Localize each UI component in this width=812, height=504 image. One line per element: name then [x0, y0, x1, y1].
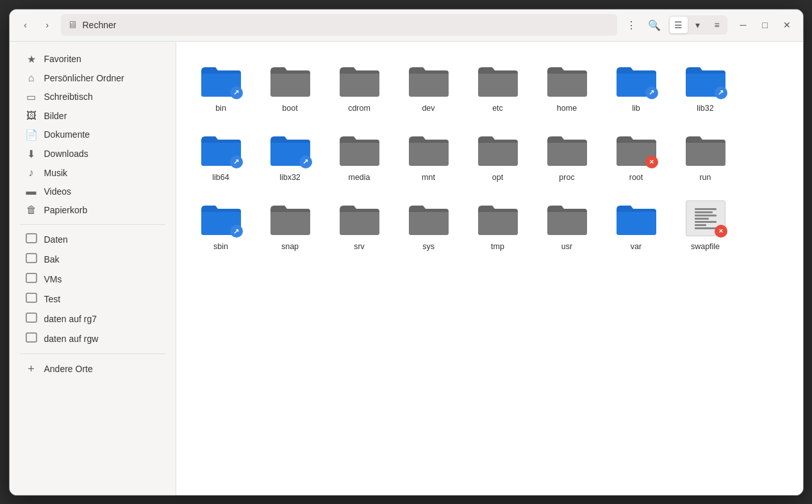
sidebar-item-bak[interactable]: Bak	[15, 250, 170, 269]
file-item-snap[interactable]: snap	[258, 193, 322, 257]
file-name-mnt: mnt	[422, 172, 435, 183]
sidebar-item-vms[interactable]: VMs	[15, 270, 170, 289]
music-icon: ♪	[25, 167, 38, 179]
minimize-button[interactable]: ─	[734, 15, 753, 35]
sidebar-item-bilder[interactable]: 🖼 Bilder	[15, 107, 170, 125]
file-name-sbin: sbin	[213, 241, 228, 252]
search-button[interactable]: 🔍	[644, 15, 665, 35]
file-item-root[interactable]: root	[604, 124, 668, 188]
file-icon-wrap	[406, 129, 452, 170]
file-item-sys[interactable]: sys	[397, 193, 461, 257]
file-item-usr[interactable]: usr	[535, 193, 599, 257]
path-icon: 🖥	[67, 19, 78, 31]
file-item-srv[interactable]: srv	[327, 193, 392, 257]
file-item-swapfile[interactable]: swapfile	[674, 193, 738, 257]
sidebar-label-musik: Musik	[44, 168, 68, 178]
symlink-badge	[715, 86, 727, 99]
view-options-button[interactable]: ≡	[708, 17, 726, 33]
sidebar-item-dokumente[interactable]: 📄 Dokumente	[15, 126, 170, 144]
window-controls: ─ □ ✕	[734, 15, 797, 35]
file-icon-wrap	[336, 60, 383, 101]
titlebar-actions: ⋮ 🔍	[621, 15, 665, 35]
symlink-badge	[230, 156, 243, 168]
svg-rect-3	[26, 293, 37, 302]
file-item-lib32[interactable]: lib32	[674, 54, 738, 118]
path-bar[interactable]: 🖥 Rechner	[61, 14, 617, 36]
file-item-var[interactable]: var	[604, 193, 668, 257]
sidebar-item-favoriten[interactable]: ★ Favoriten	[15, 50, 170, 69]
back-button[interactable]: ‹	[16, 15, 35, 35]
sidebar-item-desktop[interactable]: ▭ Schreibtisch	[15, 88, 170, 106]
file-name-snap: snap	[281, 241, 299, 252]
file-name-opt: opt	[492, 172, 503, 183]
file-item-etc[interactable]: etc	[466, 54, 530, 118]
blocked-badge	[645, 156, 658, 168]
close-button[interactable]: ✕	[777, 15, 797, 35]
sidebar-item-personal[interactable]: ⌂ Persönlicher Ordner	[15, 69, 170, 87]
home-icon: ⌂	[25, 72, 38, 84]
file-item-cdrom[interactable]: cdrom	[327, 54, 392, 118]
sidebar-separator-2	[20, 354, 165, 354]
file-name-boot: boot	[282, 103, 297, 113]
file-item-run[interactable]: run	[674, 124, 738, 188]
file-area: bin boot cdrom dev etc home lib lib32 li…	[176, 42, 803, 495]
sidebar-item-other-places[interactable]: + Andere Orte	[15, 359, 170, 379]
sidebar-item-test[interactable]: Test	[15, 289, 170, 309]
file-icon-wrap	[613, 198, 659, 239]
sidebar-label-bak: Bak	[44, 254, 60, 264]
menu-button[interactable]: ⋮	[621, 15, 642, 35]
file-icon-wrap	[267, 60, 313, 101]
sidebar-item-musik[interactable]: ♪ Musik	[15, 164, 170, 182]
file-item-boot[interactable]: boot	[258, 54, 322, 118]
file-icon-wrap	[683, 60, 729, 101]
file-name-swapfile: swapfile	[691, 241, 720, 252]
symlink-badge	[645, 86, 658, 99]
file-item-opt[interactable]: opt	[466, 124, 530, 188]
file-name-root: root	[629, 172, 643, 183]
sidebar-label-desktop: Schreibtisch	[44, 92, 93, 102]
file-icon-wrap	[475, 198, 521, 239]
sidebar-item-daten-rg7[interactable]: daten auf rg7	[15, 309, 170, 329]
file-name-lib: lib	[632, 103, 640, 113]
file-item-media[interactable]: media	[327, 124, 392, 188]
view-controls: ☰ ▾ ≡	[668, 15, 727, 35]
file-item-dev[interactable]: dev	[397, 54, 461, 118]
sidebar-label-vms: VMs	[44, 274, 62, 284]
file-item-libx32[interactable]: libx32	[258, 124, 322, 188]
symlink-badge	[299, 156, 312, 168]
sidebar-label-test: Test	[44, 294, 61, 304]
sidebar-item-daten-rgw[interactable]: daten auf rgw	[15, 329, 170, 348]
sidebar-item-videos[interactable]: ▬ Videos	[15, 183, 170, 200]
sidebar-label-daten-rg7: daten auf rg7	[44, 314, 97, 324]
trash-icon: 🗑	[25, 204, 38, 216]
file-icon-wrap	[267, 198, 313, 239]
file-name-etc: etc	[492, 103, 503, 113]
file-name-lib32: lib32	[697, 103, 713, 113]
sidebar-item-papierkorb[interactable]: 🗑 Papierkorb	[15, 201, 170, 219]
document-icon: 📄	[25, 129, 38, 141]
file-name-run: run	[699, 172, 711, 183]
file-item-lib[interactable]: lib	[604, 54, 668, 118]
desktop-icon: ▭	[25, 91, 38, 103]
file-item-mnt[interactable]: mnt	[397, 124, 461, 188]
file-item-tmp[interactable]: tmp	[466, 193, 530, 257]
file-name-bin: bin	[215, 103, 226, 113]
view-dropdown-button[interactable]: ▾	[689, 17, 707, 33]
file-item-home[interactable]: home	[535, 54, 599, 118]
sidebar-label-daten-rgw: daten auf rgw	[44, 334, 99, 344]
file-item-bin[interactable]: bin	[189, 54, 253, 118]
file-item-lib64[interactable]: lib64	[189, 124, 253, 188]
image-icon: 🖼	[25, 110, 38, 122]
file-item-proc[interactable]: proc	[535, 124, 599, 188]
svg-rect-1	[26, 254, 37, 263]
file-item-sbin[interactable]: sbin	[189, 193, 253, 257]
file-icon-wrap	[683, 129, 729, 170]
sidebar-item-downloads[interactable]: ⬇ Downloads	[15, 145, 170, 163]
view-list-button[interactable]: ☰	[670, 17, 688, 33]
sidebar-item-daten[interactable]: Daten	[15, 230, 170, 249]
file-icon-wrap	[336, 129, 383, 170]
maximize-button[interactable]: □	[756, 15, 775, 35]
file-icon-wrap	[475, 60, 521, 101]
file-icon-wrap	[544, 198, 590, 239]
forward-button[interactable]: ›	[38, 15, 57, 35]
